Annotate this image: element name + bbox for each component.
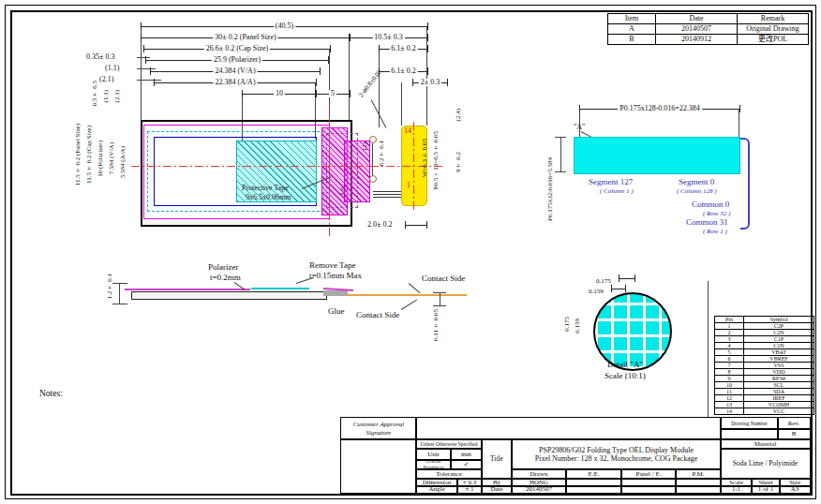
dim-fpc-thickness: 0.11± 0.05 — [433, 309, 440, 341]
common-bracket — [740, 138, 750, 230]
dim-display-height: P0.175x32-0.016=5.584 — [547, 157, 554, 221]
pin-header-row: Pin Symbol — [715, 317, 814, 323]
dim-glass-thickness: 1.2± 0.1 — [107, 274, 113, 299]
pin-col-symbol: Symbol — [744, 317, 814, 323]
remove-tape-thickness: t=0.15mm Max — [309, 272, 362, 280]
tick — [433, 305, 446, 306]
segment-left-label: Segment 127 — [589, 178, 633, 186]
pin-col-pin: Pin — [715, 317, 744, 323]
dim-offset-21: (2.1) — [99, 76, 113, 83]
segment-right-sub: ( Column 128 ) — [677, 188, 717, 195]
pin-row: 13VCOMH — [715, 402, 814, 408]
protective-tape-label: Protective Tape — [242, 185, 289, 192]
detail-dim-line — [611, 285, 626, 292]
dim-glass-line — [119, 283, 120, 304]
pin-table: Pin Symbol 1C2P2C2N3C1P4C1N5VBAT6VBREF7V… — [714, 316, 814, 415]
pin-row: 7VSS — [715, 363, 814, 369]
dim-fpc-length: 10.5± 0.3 — [349, 34, 428, 41]
revision-col-date: Date — [656, 14, 738, 24]
dim-connector-bottom-line — [405, 221, 427, 229]
glass-stack — [131, 291, 327, 300]
dim-right-a: 6.1± 0.2 — [379, 45, 428, 52]
dim-display-height-line — [560, 137, 561, 172]
size-value-cell: A3 — [779, 485, 811, 494]
pin-number-top: 14 — [404, 127, 411, 135]
dim-lead-width: W=0.3± 0.05 — [422, 139, 428, 177]
pin-number-bottom: 1 — [407, 182, 410, 189]
dim-right-c: 2± 0.3 — [412, 79, 448, 86]
revision-header-row: Item Date Remark — [608, 14, 809, 24]
detail-a-reference: "A" — [574, 124, 585, 131]
dim-offset-11: (1.1) — [105, 65, 119, 72]
detail-dim-0175: 0.175 — [596, 278, 611, 285]
remove-tape-callout: Remove Tape — [309, 261, 355, 270]
detail-dim-v-0175: 0.175 — [564, 317, 571, 332]
revision-row: B20140912更改POL — [608, 35, 809, 45]
revision-table: Item Date Remark A20140507Original Drawi… — [607, 13, 809, 45]
dim-panel-height: 11.5± 0.2 (Panel Size) — [75, 124, 82, 185]
glue-callout: Glue — [328, 307, 345, 316]
pin-row: 6VBREF — [715, 356, 814, 363]
protective-tape-outline — [326, 133, 358, 208]
centerline-connector — [413, 120, 414, 210]
drawing-sheet: Item Date Remark A20140507Original Drawi… — [0, 0, 821, 504]
dim-panel-width: 30± 0.2 (Panel Size) — [141, 34, 351, 41]
fpc-layer — [347, 294, 467, 296]
pin-row: 3C1P — [715, 336, 814, 343]
segment-right-label: Segment 0 — [679, 178, 714, 186]
pin-row: 5VBAT — [715, 349, 814, 356]
dim-aa-width: 22.384 (A/A) — [154, 79, 317, 86]
remove-tape-layer — [251, 288, 309, 289]
drawing-title-line1: PSP29806/G02 Folding Type OEL Display Mo… — [535, 446, 698, 454]
common-bottom-label: Common 31 — [686, 218, 728, 227]
dim-tape-offset: 1.0 — [339, 187, 346, 196]
dim-cap-width: 26.6± 0.2 (Cap Size) — [143, 45, 331, 52]
revision-col-remark: Remark — [738, 14, 809, 24]
dim-polarizer-height: 10 (Polarizer) — [97, 141, 104, 177]
angle-label-cell: Angle — [415, 485, 458, 494]
detail-a-caption: Detail "A" — [607, 361, 643, 369]
panel-e-date-cell — [620, 485, 677, 494]
dim-va-height: 7.584 (V/A) — [109, 142, 115, 174]
customer-approval-cell: Customer ApprovalSignature — [340, 417, 417, 440]
extension-line — [349, 37, 350, 120]
dim-left-offset-b: (1.1) — [103, 90, 110, 102]
dim-connector-height: 9± 0.2 — [455, 152, 462, 172]
tick — [112, 304, 127, 304]
approval-blank-cell — [415, 417, 722, 440]
dim-right-b: 6.1± 0.2 — [379, 67, 428, 75]
fpc-trace — [373, 191, 401, 192]
segment-left-sub: ( Column 1 ) — [600, 188, 634, 195]
dim-overall-width: (40.5) — [141, 22, 428, 30]
pin-row: 11SDA — [715, 389, 814, 395]
notes: Notes: — [39, 390, 63, 409]
detail-dim-line — [619, 274, 635, 282]
fpc-trace — [373, 194, 401, 195]
dim-five: 5 — [315, 90, 351, 97]
title-label-cell: Title — [481, 438, 513, 480]
material-value-cell: Soda Lime / Polyimide — [720, 448, 811, 480]
dim-display-width: P0.175x128-0.016=22.384 — [579, 105, 740, 112]
dim-hole-pitch: 6.2± 0.1 — [379, 141, 385, 166]
sheet-value-cell: 1 of 1 — [751, 485, 781, 494]
fpc-trace — [373, 197, 401, 198]
pm-date-cell — [675, 485, 722, 494]
protective-tape-size: 9x6.5x0.06mm — [246, 194, 291, 201]
dim-connector-bottom: 2.0± 0.2 — [367, 221, 392, 229]
display-active-area — [574, 137, 740, 174]
dim-cap-height: 11.5± 0.2 (Cap Size) — [86, 126, 93, 184]
pin-row: 2C2N — [715, 330, 814, 336]
pin-row: 4C1N — [715, 343, 814, 349]
dim-polarizer-width: 25.9 (Polarizer) — [145, 56, 329, 64]
angle-value-cell: ± 1 — [456, 485, 483, 494]
polarizer-thickness: t=0.2mm — [210, 274, 241, 282]
drawing-title-line2: Pixel Number: 128 x 32, Monochrome, COG … — [535, 454, 698, 463]
pin-row: 8VDD — [715, 369, 814, 376]
dim-offset-035: 0.35± 0.3 — [86, 53, 114, 61]
tick — [555, 137, 566, 138]
revision-row: A20140507Original Drawing — [608, 24, 809, 35]
contact-side-top-callout: Contact Side — [422, 274, 465, 283]
pin-row: 1C2P — [715, 323, 814, 330]
pin-row: 9RES# — [715, 376, 814, 382]
customer-approval-line1: Customer Approval — [353, 421, 405, 428]
